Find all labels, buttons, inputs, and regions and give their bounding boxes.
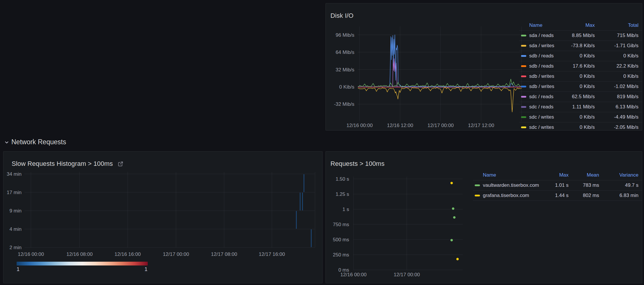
disk-io-legend: NameMaxTotalsda / reads8.85 Mib/s715 Mib… bbox=[519, 20, 642, 131]
series-variance: 6.83 min bbox=[603, 193, 642, 198]
y-axis-tick-label: 96 Mib/s bbox=[336, 32, 354, 38]
series-color-marker bbox=[521, 116, 526, 118]
heatmap-color-scale bbox=[17, 262, 148, 265]
series-max: 0 Kib/s bbox=[564, 53, 599, 59]
heatmap-cell bbox=[296, 211, 297, 229]
y-axis-tick-label: 1.50 s bbox=[336, 176, 349, 182]
legend-row-sdb-reads[interactable]: sdb / reads0 Kib/s0 Kib/s bbox=[519, 51, 642, 61]
series-name: vaultwarden.tiserbox.com bbox=[483, 182, 543, 188]
panel-slow-requests-histogram: Slow Requests Histogram > 100ms 34 min17… bbox=[3, 151, 323, 283]
series-color-marker bbox=[521, 45, 526, 47]
chevron-down-icon bbox=[4, 140, 9, 145]
series-total: 0 Kib/s bbox=[599, 73, 642, 79]
series-line-sda-writes bbox=[358, 88, 522, 112]
series-mean: 783 ms bbox=[573, 182, 603, 188]
series-max: 1.44 s bbox=[543, 193, 573, 198]
series-max: 1.11 Mib/s bbox=[564, 104, 599, 110]
series-color-marker bbox=[521, 35, 526, 36]
series-color-marker bbox=[475, 184, 480, 186]
section-title: Network Requests bbox=[11, 138, 66, 146]
legend-row-sdc-writes[interactable]: sdc / writes0 Kib/s-2.05 Mib/s bbox=[519, 122, 642, 131]
series-max: 0 Kib/s bbox=[564, 73, 599, 79]
series-max: 17.6 Kib/s bbox=[564, 63, 599, 69]
x-axis-tick-label: 12/17 00:00 bbox=[163, 251, 189, 257]
y-axis-tick-label: 1 s bbox=[342, 207, 349, 212]
series-max: 0 Kib/s bbox=[564, 84, 599, 89]
series-name: sdc / reads bbox=[529, 94, 564, 100]
x-axis-tick-label: 12/17 08:00 bbox=[211, 251, 237, 257]
x-axis-tick-label: 12/16 00:00 bbox=[346, 123, 373, 128]
legend-header-row: NameMaxMeanVariance bbox=[473, 170, 642, 180]
legend-row-sdc-reads[interactable]: sdc / reads1.11 Mib/s6.13 Mib/s bbox=[519, 102, 642, 112]
legend-row-sdb-writes[interactable]: sdb / writes0 Kib/s0 Kib/s bbox=[519, 71, 642, 82]
y-axis-tick-label: 1.25 s bbox=[336, 191, 349, 197]
series-total: -2.05 Mib/s bbox=[599, 124, 642, 130]
y-axis-tick-label: 0 Kib/s bbox=[339, 84, 354, 90]
x-axis-tick-label: 12/17 16:00 bbox=[259, 251, 285, 257]
legend-row-sdb-reads[interactable]: sdb / reads17.6 Kib/s22.2 Kib/s bbox=[519, 61, 642, 71]
color-scale-max-label: 1 bbox=[145, 266, 147, 272]
series-name: grafana.tiserbox.com bbox=[483, 193, 543, 198]
series-name: sdc / reads bbox=[529, 104, 564, 110]
series-color-marker bbox=[475, 195, 480, 196]
series-color-marker bbox=[521, 96, 526, 98]
legend-col-header-mean[interactable]: Mean bbox=[573, 172, 603, 178]
legend-col-header-max[interactable]: Max bbox=[564, 22, 599, 28]
legend-row-sdb-writes[interactable]: sdb / writes0 Kib/s-1.02 Mib/s bbox=[519, 82, 642, 92]
y-axis-tick-label: 4 min bbox=[9, 226, 22, 232]
heatmap-cell bbox=[304, 174, 305, 192]
series-total: -1.71 Gib/s bbox=[599, 43, 642, 49]
heatmap-cell bbox=[302, 193, 303, 210]
legend-row-sda-reads[interactable]: sda / reads8.85 Mib/s715 Mib/s bbox=[519, 31, 642, 41]
series-name: sdc / writes bbox=[529, 124, 564, 130]
requests-legend: NameMaxMeanVariancevaultwarden.tiserbox.… bbox=[473, 170, 642, 201]
x-axis-tick-label: 12/17 00:00 bbox=[427, 123, 454, 128]
series-max: -73.8 Kib/s bbox=[564, 43, 599, 49]
y-axis-tick-label: 34 min bbox=[7, 171, 22, 177]
legend-col-header-name[interactable]: Name bbox=[529, 22, 564, 28]
series-line-sda-reads bbox=[358, 79, 522, 87]
legend-row-sda-writes[interactable]: sda / writes-73.8 Kib/s-1.71 Gib/s bbox=[519, 41, 642, 51]
legend-col-header-max[interactable]: Max bbox=[543, 172, 573, 178]
x-axis-tick-label: 12/16 16:00 bbox=[115, 251, 141, 257]
panel-disk-io: Disk I/O 96 Mib/s64 Mib/s32 Mib/s0 Kib/s… bbox=[325, 3, 642, 131]
series-name: sdb / reads bbox=[529, 63, 564, 69]
series-total: -4.49 Mib/s bbox=[599, 114, 642, 120]
section-row-network-requests[interactable]: Network Requests bbox=[4, 138, 66, 146]
legend-col-header-variance[interactable]: Variance bbox=[603, 172, 642, 178]
series-color-marker bbox=[521, 65, 526, 67]
y-axis-tick-label: 500 ms bbox=[333, 237, 349, 242]
legend-row-sdc-writes[interactable]: sdc / writes0 Kib/s-4.49 Mib/s bbox=[519, 112, 642, 122]
scatter-point-vaultwarden bbox=[451, 239, 453, 241]
y-axis-tick-label: 2 min bbox=[9, 245, 22, 250]
legend-row-vaultwarden-tiserbox-com[interactable]: vaultwarden.tiserbox.com1.01 s783 ms49.7… bbox=[473, 180, 642, 191]
series-variance: 49.7 s bbox=[603, 182, 642, 188]
series-max: 0 Kib/s bbox=[564, 114, 599, 120]
series-max: 0 Kib/s bbox=[564, 124, 599, 130]
legend-row-grafana-tiserbox-com[interactable]: grafana.tiserbox.com1.44 s802 ms6.83 min bbox=[473, 191, 642, 201]
series-line-reads-burst-blue bbox=[390, 35, 514, 87]
grid-lines bbox=[358, 27, 522, 121]
y-axis-tick-label: 9 min bbox=[9, 208, 22, 214]
legend-col-header-total[interactable]: Total bbox=[599, 22, 642, 28]
heatmap-cell bbox=[311, 229, 312, 247]
series-color-marker bbox=[521, 55, 526, 57]
y-axis-tick-label: 17 min bbox=[7, 190, 22, 195]
legend-col-header-name[interactable]: Name bbox=[483, 172, 543, 178]
series-total: 6.13 Mib/s bbox=[599, 104, 642, 110]
y-axis-tick-label: 250 ms bbox=[333, 252, 349, 258]
series-name: sda / reads bbox=[529, 33, 564, 38]
legend-header-row: NameMaxTotal bbox=[519, 20, 642, 31]
legend-row-sdc-reads[interactable]: sdc / reads62.5 Mib/s819 Mib/s bbox=[519, 92, 642, 102]
x-axis-tick-label: 12/16 00:00 bbox=[18, 251, 44, 257]
scatter-point-vaultwarden bbox=[453, 216, 455, 219]
scatter-point-grafana bbox=[456, 258, 459, 260]
y-axis-tick-label: -32 Mib/s bbox=[334, 101, 354, 107]
series-total: -1.02 Mib/s bbox=[599, 84, 642, 89]
series-max: 8.85 Mib/s bbox=[564, 33, 599, 38]
color-scale-min-label: 1 bbox=[17, 266, 20, 272]
scatter-point-grafana bbox=[451, 182, 453, 184]
series-line-zero-line-purple bbox=[358, 86, 522, 87]
series-name: sdc / writes bbox=[529, 114, 564, 120]
heatmap-cell bbox=[300, 193, 301, 210]
